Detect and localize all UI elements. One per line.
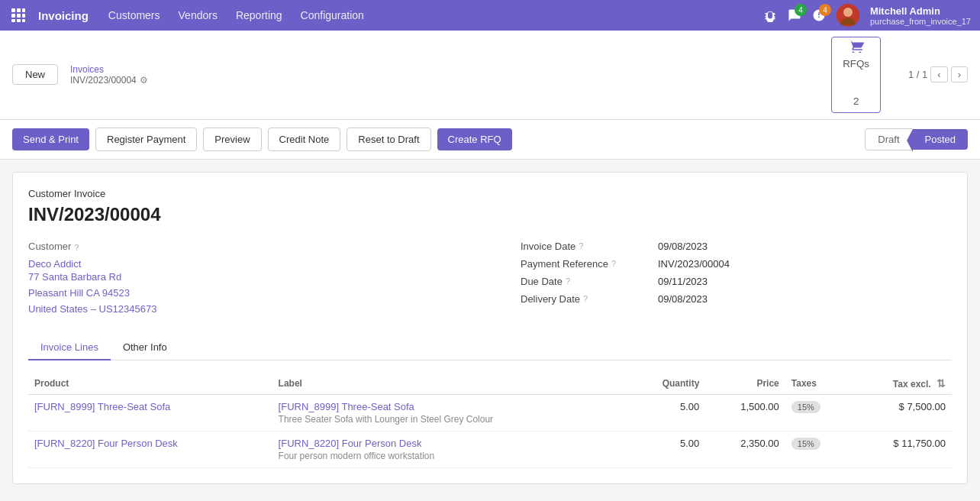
menu-vendors[interactable]: Vendors — [177, 6, 219, 24]
delivery-date-help-icon[interactable]: ? — [583, 294, 588, 303]
settings-gear-icon[interactable]: ⚙ — [140, 75, 148, 86]
svg-rect-3 — [11, 14, 15, 18]
pagination: 1 / 1 ‹ › — [908, 66, 968, 82]
status-posted: Posted — [913, 129, 968, 150]
svg-rect-6 — [11, 19, 15, 22]
top-navigation: Invoicing Customers Vendors Reporting Co… — [0, 0, 980, 31]
row1-quantity: 5.00 — [628, 395, 705, 432]
menu-configuration[interactable]: Configuration — [299, 6, 366, 24]
row1-product: [FURN_8999] Three-Seat Sofa — [28, 395, 272, 432]
table-row: [FURN_8999] Three-Seat Sofa [FURN_8999] … — [28, 395, 952, 432]
register-payment-button[interactable]: Register Payment — [95, 128, 197, 151]
row1-tax-badge: 15% — [791, 401, 820, 413]
reset-to-draft-button[interactable]: Reset to Draft — [347, 128, 430, 151]
document-number: INV/2023/00004 — [28, 204, 952, 225]
invoice-lines-table: Product Label Quantity Price Taxes Tax e… — [28, 373, 952, 468]
customer-name[interactable]: Deco Addict — [28, 258, 490, 270]
col-product: Product — [28, 373, 272, 395]
table-row: [FURN_8220] Four Person Desk [FURN_8220]… — [28, 432, 952, 468]
row1-tax: 15% — [785, 395, 850, 432]
adjust-columns-icon[interactable]: ⇅ — [936, 377, 946, 389]
col-quantity: Quantity — [628, 373, 705, 395]
svg-rect-4 — [17, 14, 21, 18]
create-rfq-button[interactable]: Create RFQ — [437, 128, 512, 150]
payment-ref-help-icon[interactable]: ? — [611, 259, 616, 268]
row2-label: [FURN_8220] Four Person Desk Four person… — [272, 432, 628, 468]
breadcrumb: Invoices INV/2023/00004 ⚙ — [70, 64, 148, 86]
document-type: Customer Invoice — [28, 188, 952, 199]
col-label: Label — [272, 373, 628, 395]
main-content: Customer Invoice INV/2023/00004 Customer… — [12, 172, 968, 484]
row1-product-link[interactable]: [FURN_8999] Three-Seat Sofa — [34, 401, 170, 412]
customer-address-line1[interactable]: 77 Santa Barbara Rd — [28, 270, 490, 286]
send-print-button[interactable]: Send & Print — [12, 128, 89, 150]
tab-invoice-lines[interactable]: Invoice Lines — [28, 335, 111, 360]
status-bar: Draft Posted — [865, 128, 968, 150]
tab-other-info[interactable]: Other Info — [111, 335, 179, 360]
top-menu: Customers Vendors Reporting Configuratio… — [107, 6, 763, 24]
user-info[interactable]: Mitchell Admin purchase_from_invoice_17 — [870, 5, 971, 26]
row1-label: [FURN_8999] Three-Seat Sofa Three Seater… — [272, 395, 628, 432]
user-name: Mitchell Admin — [870, 5, 971, 17]
preview-button[interactable]: Preview — [203, 128, 261, 151]
customer-section: Customer ? Deco Addict 77 Santa Barbara … — [28, 241, 490, 317]
svg-rect-7 — [17, 19, 21, 22]
due-date-row: Due Date ? 09/11/2023 — [521, 276, 952, 287]
status-draft: Draft — [865, 128, 912, 150]
pagination-prev[interactable]: ‹ — [930, 66, 947, 82]
row2-tax-excl: $ 11,750.00 — [849, 432, 952, 468]
topnav-right: 4 4 Mitchell Admin purchase_from_invoice… — [763, 4, 971, 27]
customer-address-line3[interactable]: United States – US12345673 — [28, 302, 490, 318]
invoice-date-label: Invoice Date ? — [521, 241, 658, 252]
invoice-date-help-icon[interactable]: ? — [579, 241, 583, 250]
grid-menu-icon[interactable] — [9, 6, 27, 24]
dates-section: Invoice Date ? 09/08/2023 Payment Refere… — [490, 241, 952, 317]
svg-rect-2 — [22, 8, 25, 12]
row2-tax: 15% — [785, 432, 850, 468]
row2-tax-badge: 15% — [791, 438, 820, 450]
rfq-label: RFQs — [843, 57, 869, 72]
user-doc: purchase_from_invoice_17 — [870, 17, 971, 26]
row2-product-link[interactable]: [FURN_8220] Four Person Desk — [34, 438, 178, 449]
payment-ref-value[interactable]: INV/2023/00004 — [658, 258, 730, 270]
credit-note-button[interactable]: Credit Note — [268, 128, 341, 151]
rfq-button[interactable]: RFQs 2 — [831, 37, 881, 113]
pagination-text: 1 / 1 — [908, 69, 927, 80]
svg-rect-0 — [11, 8, 15, 12]
activity-badge: 4 — [819, 4, 831, 16]
activity-icon-btn[interactable]: 4 — [812, 8, 826, 22]
tab-bar: Invoice Lines Other Info — [28, 335, 952, 360]
invoice-info-grid: Customer ? Deco Addict 77 Santa Barbara … — [28, 241, 952, 317]
row1-label-desc: Three Seater Sofa with Lounger in Steel … — [279, 414, 622, 425]
invoice-date-value[interactable]: 09/08/2023 — [658, 241, 708, 252]
customer-help-icon[interactable]: ? — [74, 243, 79, 252]
new-button[interactable]: New — [12, 64, 58, 85]
actionbar: Send & Print Register Payment Preview Cr… — [0, 120, 980, 160]
invoice-date-row: Invoice Date ? 09/08/2023 — [521, 241, 952, 252]
menu-reporting[interactable]: Reporting — [234, 6, 284, 24]
chat-icon-btn[interactable]: 4 — [788, 8, 801, 22]
delivery-date-value[interactable]: 09/08/2023 — [658, 293, 708, 305]
svg-rect-1 — [17, 8, 21, 12]
due-date-value[interactable]: 09/11/2023 — [658, 276, 708, 287]
subheader: New Invoices INV/2023/00004 ⚙ RFQs 2 1 /… — [0, 31, 980, 120]
breadcrumb-parent[interactable]: Invoices — [70, 64, 148, 75]
row1-label-main[interactable]: [FURN_8999] Three-Seat Sofa — [279, 401, 622, 412]
due-date-help-icon[interactable]: ? — [566, 276, 570, 286]
svg-rect-8 — [22, 19, 25, 22]
customer-address-line2[interactable]: Pleasant Hill CA 94523 — [28, 286, 490, 302]
pagination-next[interactable]: › — [951, 66, 968, 82]
chat-badge: 4 — [795, 4, 807, 16]
row1-tax-excl: $ 7,500.00 — [849, 395, 952, 432]
row2-label-desc: Four person modern office workstation — [279, 451, 622, 461]
menu-customers[interactable]: Customers — [107, 6, 162, 24]
row2-price: 2,350.00 — [705, 432, 785, 468]
bug-icon-btn[interactable] — [763, 8, 777, 22]
delivery-date-row: Delivery Date ? 09/08/2023 — [521, 293, 952, 305]
brand-label[interactable]: Invoicing — [38, 9, 89, 22]
row2-label-main[interactable]: [FURN_8220] Four Person Desk — [279, 438, 622, 449]
due-date-label: Due Date ? — [521, 276, 658, 287]
svg-point-10 — [843, 8, 853, 17]
avatar[interactable] — [837, 4, 859, 27]
customer-label: Customer — [28, 241, 71, 252]
